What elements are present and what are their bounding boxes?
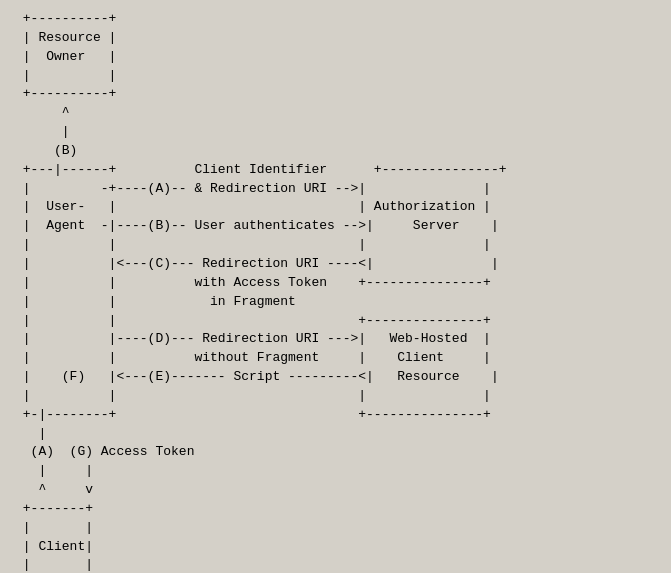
diagram-container: +----------+ | Resource | | Owner | | | …	[0, 0, 671, 573]
ascii-diagram: +----------+ | Resource | | Owner | | | …	[15, 10, 656, 573]
